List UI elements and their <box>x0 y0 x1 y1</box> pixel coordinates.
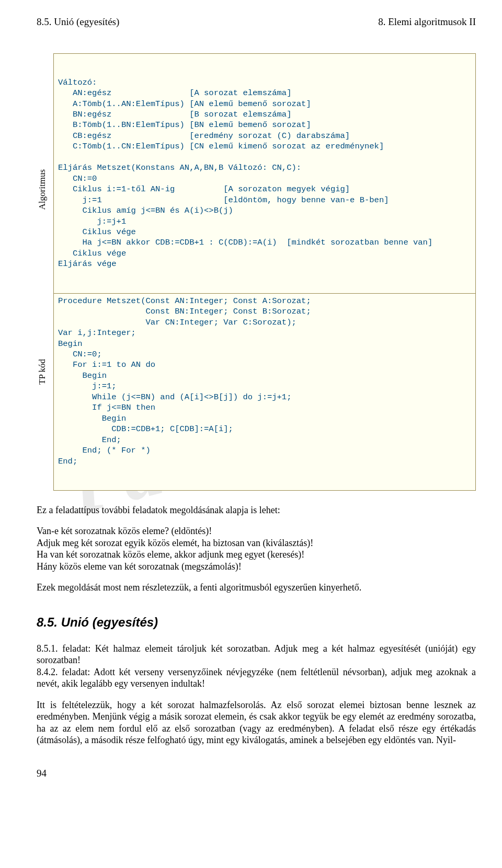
summary-paragraph: Ezek megoldását most nem részletezzük, a… <box>37 582 476 594</box>
side-label-algoritmus: Algoritmus <box>37 128 53 210</box>
side-label-tpkod: TP kód <box>37 359 53 416</box>
tp-code: Procedure Metszet(Const AN:Integer; Cons… <box>54 293 475 469</box>
list-item: Hány közös eleme van két sorozatnak (meg… <box>37 561 476 573</box>
page-number: 94 <box>37 767 476 780</box>
header-left: 8.5. Unió (egyesítés) <box>37 16 119 28</box>
algorithm-code: Változó: AN:egész [A sorozat elemszáma] … <box>54 75 475 272</box>
intro-paragraph: Ez a feladattípus további feladatok mego… <box>37 504 476 516</box>
header-right: 8. Elemi algoritmusok II <box>378 16 476 28</box>
list-item: Van-e két sorozatnak közös eleme? (eldön… <box>37 525 476 537</box>
list-item: Ha van két sorozatnak közös eleme, akkor… <box>37 549 476 561</box>
page-header: 8.5. Unió (egyesítés) 8. Elemi algoritmu… <box>37 16 476 28</box>
task-842: 8.4.2. feladat: Adott két verseny versen… <box>37 666 476 690</box>
explanation-paragraph: Itt is feltételezzük, hogy a két sorozat… <box>37 699 476 746</box>
question-list: Van-e két sorozatnak közös eleme? (eldön… <box>37 525 476 572</box>
list-item: Adjuk meg két sorozat egyik közös elemét… <box>37 537 476 549</box>
task-851: 8.5.1. feladat: Két halmaz elemeit tárol… <box>37 643 476 666</box>
code-box-wrapper: Algoritmus TP kód Változó: AN:egész [A s… <box>37 53 476 491</box>
section-heading: 8.5. Unió (egyesítés) <box>37 615 476 630</box>
